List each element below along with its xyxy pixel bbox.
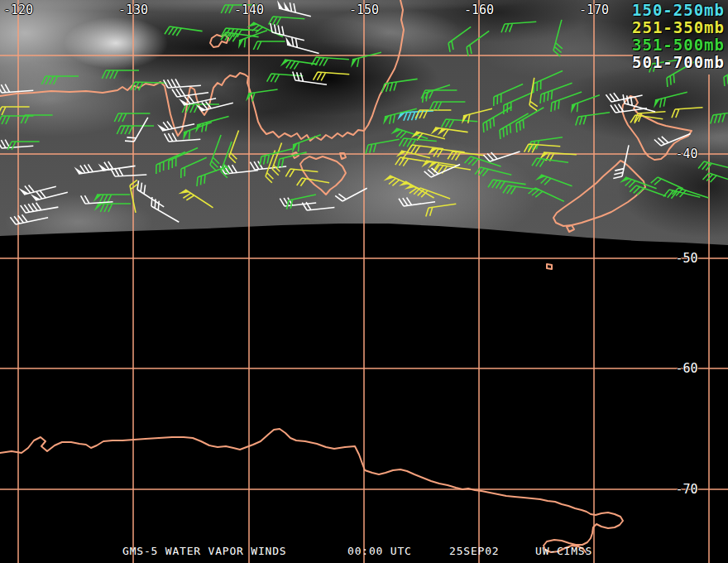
barb-staff — [405, 181, 434, 198]
wind-barb — [277, 0, 311, 17]
wind-barb — [431, 128, 468, 137]
barb-staff — [248, 89, 278, 101]
barb-staff — [302, 202, 334, 210]
barb-staff — [24, 185, 56, 195]
wind-barb — [137, 180, 164, 207]
legend-item-150-250mb: 150-250mb — [632, 2, 725, 19]
coastline-tasmania — [300, 156, 346, 195]
caption-bar: GMS-5 WATER VAPOR WINDS 00:00 UTC 25SEP0… — [0, 545, 728, 560]
wind-barb — [253, 41, 285, 50]
barb-staff — [114, 113, 150, 122]
wind-barb — [0, 107, 30, 115]
wind-barb — [475, 167, 511, 176]
wind-barb — [94, 204, 131, 212]
barb-staff — [279, 2, 311, 17]
barb-staff — [529, 137, 563, 151]
wind-barb — [131, 82, 166, 90]
wind-barb — [529, 188, 564, 201]
wind-barb — [426, 204, 457, 216]
longitude-label: -160 — [464, 4, 494, 17]
barb-staff — [164, 79, 201, 88]
barb-staff — [434, 165, 471, 174]
barb-staff — [475, 167, 511, 176]
wind-barb — [114, 113, 150, 122]
wind-barb — [516, 108, 544, 132]
barb-staff — [541, 175, 572, 186]
barb-staff — [442, 119, 478, 128]
wind-barb — [210, 135, 221, 171]
longitude-label: -130 — [118, 4, 148, 17]
wind-barb — [98, 161, 136, 171]
barb-staff — [201, 101, 233, 111]
wind-barb — [532, 158, 568, 167]
wind-barb — [165, 133, 201, 142]
wind-barb — [654, 92, 687, 108]
coastline-nz-south-island — [553, 161, 645, 226]
wind-barb — [221, 142, 232, 178]
legend-item-501-700mb: 501-700mb — [632, 54, 725, 71]
latitude-label: -50 — [670, 253, 703, 265]
barb-staff — [553, 20, 563, 56]
barb-staff — [426, 204, 457, 216]
valid-date: 25SEP02 — [449, 545, 499, 557]
product-title: GMS-5 WATER VAPOR WINDS — [122, 545, 286, 557]
map-overlay — [0, 0, 728, 563]
wind-barb — [314, 72, 350, 80]
longitude-label: -140 — [234, 4, 264, 17]
wind-barb — [238, 31, 267, 49]
wind-barb — [285, 169, 318, 177]
wind-barb — [672, 108, 703, 118]
latitude-label: -70 — [670, 484, 703, 496]
longitude-label: -120 — [3, 4, 33, 17]
barb-staff — [613, 145, 629, 178]
barb-staff — [630, 185, 666, 196]
barb-staff — [165, 26, 203, 36]
wind-barb — [351, 52, 381, 68]
barb-staff — [269, 17, 305, 25]
barb-staff — [137, 180, 164, 207]
wind-barb — [179, 190, 213, 208]
wind-barb — [151, 197, 179, 222]
barb-pennant — [405, 185, 415, 190]
wind-barb — [21, 203, 59, 213]
barb-staff — [285, 169, 318, 177]
wind-barb — [399, 198, 435, 207]
barb-staff — [448, 26, 471, 52]
wind-barb — [673, 188, 709, 198]
barb-staff — [98, 204, 131, 212]
latitude-label: -60 — [670, 363, 703, 375]
coastline-australia — [0, 0, 404, 141]
wind-barb — [571, 95, 600, 113]
satellite-wind-product-viewport: -120-130-140-150-160-170-40-50-60-70 150… — [0, 0, 728, 563]
barb-staff — [0, 84, 33, 93]
wind-barb — [117, 126, 154, 134]
latitude-label: -40 — [670, 148, 703, 161]
barb-staff — [271, 23, 304, 41]
barb-staff — [529, 188, 564, 201]
wind-barb — [448, 26, 471, 52]
barb-staff — [673, 188, 709, 198]
legend-item-251-350mb: 251-350mb — [632, 19, 725, 36]
credit: UW-CIMSS — [535, 545, 592, 557]
barb-staff — [169, 147, 198, 170]
barb-staff — [698, 161, 728, 171]
barb-staff — [0, 107, 30, 115]
barb-staff — [655, 92, 687, 108]
barb-staff — [197, 117, 229, 132]
wind-barb — [285, 36, 318, 53]
wind-barb — [484, 152, 520, 161]
wind-barb — [501, 22, 536, 32]
wind-barb — [41, 76, 79, 84]
wind-barb — [165, 26, 203, 36]
wind-barb — [271, 23, 304, 41]
barb-staff — [423, 85, 450, 103]
wind-barb — [196, 101, 233, 111]
barb-staff — [10, 214, 48, 224]
longitude-label: -150 — [349, 4, 379, 17]
wind-barb — [335, 188, 367, 201]
wind-barb — [654, 134, 691, 146]
wind-barb — [553, 20, 563, 56]
barb-staff — [314, 72, 350, 80]
wind-barb — [297, 178, 329, 186]
barb-staff — [21, 203, 59, 213]
